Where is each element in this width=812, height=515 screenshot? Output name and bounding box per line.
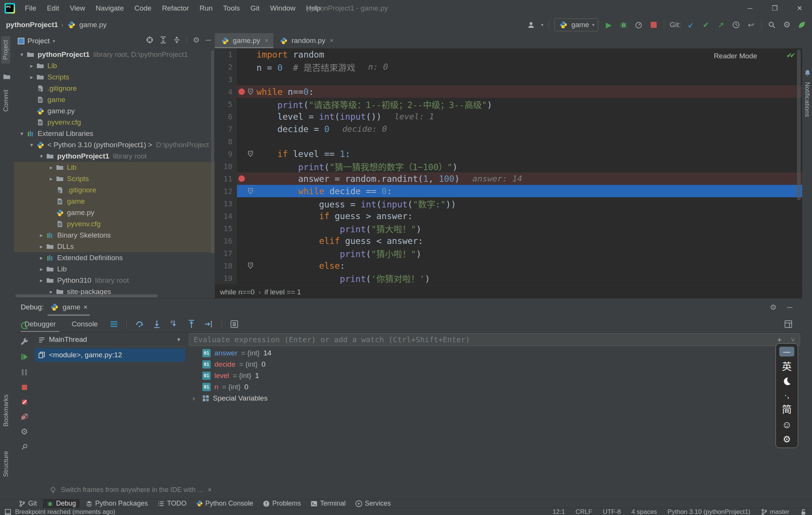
evaluate-expression-input[interactable]: Evaluate expression (Enter) or add a wat… [189, 333, 800, 346]
view-breakpoints-icon[interactable] [21, 398, 28, 406]
code-line-18[interactable]: 18 else: [215, 259, 802, 272]
ime-fullwidth-moon-icon[interactable] [782, 377, 791, 386]
chevron-down-icon[interactable]: ▾ [18, 130, 26, 137]
toolwindow-button-terminal[interactable]: Terminal [307, 499, 349, 508]
expand-all-icon[interactable] [159, 36, 167, 44]
menu-navigate[interactable]: Navigate [91, 3, 128, 14]
run-configuration-select[interactable]: game ▾ [554, 18, 599, 31]
resume-icon[interactable] [20, 353, 29, 361]
chevron-right-icon[interactable]: ▸ [37, 232, 46, 239]
git-update-icon[interactable]: ↙ [686, 20, 696, 30]
line-number[interactable]: 4 [215, 85, 237, 98]
chevron-right-icon[interactable]: ▸ [37, 277, 46, 284]
tool-window-project[interactable]: Project [1, 36, 10, 64]
code-line-5[interactable]: 5 print("请选择等级：1--初级；2--中级；3--高级") [215, 98, 802, 110]
menu-run[interactable]: Run [195, 3, 217, 14]
fold-marker-icon[interactable] [246, 188, 255, 195]
tree-item-lib[interactable]: ▸Lib [14, 60, 215, 72]
project-vertical-scrollbar[interactable] [211, 50, 214, 254]
menu-refactor[interactable]: Refactor [158, 3, 194, 14]
ime-settings-icon[interactable]: ⚙ [783, 435, 791, 444]
mute-breakpoints-icon[interactable] [21, 413, 28, 421]
chevron-down-icon[interactable]: ▾ [53, 39, 55, 43]
menu-file[interactable]: File [20, 3, 41, 14]
tree-item-game.py[interactable]: game.py [14, 207, 215, 218]
chevron-right-icon[interactable]: › [189, 394, 199, 402]
toolwindow-button-python-console[interactable]: Python Console [193, 499, 257, 508]
chevron-right-icon[interactable]: ▸ [37, 254, 46, 261]
collapse-all-icon[interactable] [173, 36, 181, 44]
learn-plugin-icon[interactable] [797, 20, 807, 30]
chevron-right-icon[interactable]: ▸ [47, 175, 55, 182]
stop-icon[interactable] [21, 384, 28, 391]
debug-settings-wrench-icon[interactable] [20, 337, 29, 346]
tab-console[interactable]: Console [68, 318, 102, 331]
line-number[interactable]: 8 [215, 135, 237, 148]
breadcrumb-if[interactable]: if level == 1 [264, 288, 301, 296]
menu-view[interactable]: View [65, 3, 90, 14]
git-branch[interactable]: master [761, 508, 789, 515]
line-number[interactable]: 2 [215, 61, 237, 73]
settings-gear-icon[interactable]: ⚙ [782, 20, 792, 30]
chevron-down-icon[interactable]: ▾ [37, 153, 46, 160]
chevron-down-icon[interactable]: ▾ [27, 142, 36, 148]
rerun-icon[interactable] [20, 321, 29, 330]
line-number[interactable]: 17 [215, 247, 237, 259]
code-line-2[interactable]: 2n = 0 # 是否结束游戏n: 0 [215, 61, 802, 73]
chevron-down-icon[interactable]: ▾ [18, 51, 26, 58]
pin-icon[interactable] [21, 443, 28, 451]
line-number[interactable]: 19 [215, 272, 237, 284]
variable-row-decide[interactable]: 01decide= {int}0 [189, 359, 272, 370]
tool-window-bookmarks[interactable]: Bookmarks [2, 395, 10, 427]
git-commit-icon[interactable]: ✔ [701, 20, 711, 30]
editor-tab-game.py[interactable]: game.py× [215, 33, 273, 48]
menu-code[interactable]: Code [130, 3, 156, 14]
line-number[interactable]: 5 [215, 98, 237, 110]
tree-item-extended-definitions[interactable]: ▸Extended Definitions [14, 252, 215, 264]
user-dropdown-icon[interactable]: ▾ [541, 23, 543, 27]
tree-item-game[interactable]: game [14, 196, 215, 207]
editor-tab-random.py[interactable]: random.py× [273, 33, 338, 48]
tree-item-python310[interactable]: ▸Python310library root [14, 275, 215, 286]
code-line-4[interactable]: 4while n==0: [215, 85, 802, 98]
unlocked-icon[interactable] [800, 509, 807, 515]
add-watch-icon[interactable]: + ˅ [777, 335, 795, 344]
tree-item-lib[interactable]: ▸Lib [14, 162, 215, 173]
tree-item-lib[interactable]: ▸Lib [14, 264, 215, 275]
code-line-13[interactable]: 13 guess = int(input("数字:")) [215, 197, 802, 210]
stack-frame-item[interactable]: <module>, game.py:12 [35, 348, 185, 362]
stop-button[interactable] [649, 20, 659, 30]
fold-marker-icon[interactable] [246, 88, 255, 95]
code-line-1[interactable]: 1import random [215, 48, 802, 61]
close-tab-icon[interactable]: × [265, 37, 268, 44]
toolwindow-button-problems[interactable]: Problems [259, 499, 305, 508]
variable-row-n[interactable]: 01n= {int}0 [189, 381, 272, 393]
line-number[interactable]: 14 [215, 210, 237, 222]
folder-icon[interactable] [3, 74, 11, 80]
line-number[interactable]: 7 [215, 123, 237, 135]
code-line-12[interactable]: 12 while decide == 0: [215, 185, 802, 197]
git-push-icon[interactable]: ↗ [716, 20, 726, 30]
code-line-14[interactable]: 14 if guess > answer: [215, 210, 802, 222]
select-opened-file-icon[interactable] [146, 36, 153, 44]
breakpoint-icon[interactable] [237, 88, 246, 95]
breakpoint-icon[interactable] [237, 175, 246, 182]
indent-setting[interactable]: 4 spaces [631, 508, 657, 515]
menu-git[interactable]: Git [246, 3, 264, 14]
line-ending[interactable]: CRLF [575, 508, 592, 515]
toolwindow-button-debug[interactable]: Debug [43, 499, 80, 508]
chevron-right-icon[interactable]: ▸ [27, 74, 36, 81]
variable-row-level[interactable]: 01level= {int}1 [189, 370, 272, 381]
line-number[interactable]: 13 [215, 197, 237, 210]
code-line-16[interactable]: 16 elif guess < answer: [215, 235, 802, 247]
debug-button[interactable] [619, 20, 628, 30]
tree-item-scripts[interactable]: ▸Scripts [14, 173, 215, 184]
file-encoding[interactable]: UTF-8 [603, 508, 621, 515]
code-line-15[interactable]: 15 print("猜大啦！") [215, 222, 802, 235]
fold-marker-icon[interactable] [246, 151, 255, 157]
tree-item-binary-skeletons[interactable]: ▸Binary Skeletons [14, 230, 215, 241]
notifications-bell-icon[interactable] [804, 69, 811, 77]
debug-session-tab[interactable]: game × [47, 299, 90, 315]
breadcrumb-while[interactable]: while n==0 [220, 288, 255, 296]
profiler-button[interactable] [634, 20, 644, 30]
